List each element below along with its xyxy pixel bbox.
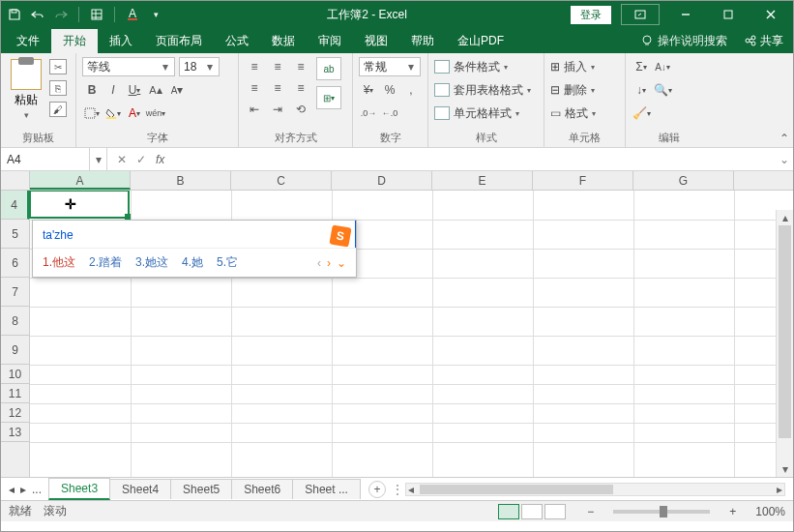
row-header-13[interactable]: 13 (1, 423, 29, 442)
orientation-button[interactable]: ⟲ (291, 100, 310, 119)
tab-insert[interactable]: 插入 (98, 29, 144, 53)
cut-icon[interactable]: ✂ (49, 59, 67, 74)
row-header-10[interactable]: 10 (1, 365, 29, 384)
currency-button[interactable]: ¥▾ (359, 80, 378, 100)
minimize-button[interactable] (669, 4, 702, 25)
zoom-level[interactable]: 100% (755, 505, 785, 518)
align-left-button[interactable]: ≡ (245, 78, 264, 98)
scroll-up-icon[interactable]: ▴ (777, 210, 793, 225)
font-color-icon[interactable]: A (125, 7, 140, 22)
horizontal-scrollbar[interactable]: ◂ ▸ (405, 483, 785, 496)
vertical-scrollbar[interactable]: ▴ ▾ (776, 210, 793, 477)
zoom-out-button[interactable]: − (587, 505, 594, 518)
format-cells-button[interactable]: ▭格式▾ (550, 103, 596, 123)
italic-button[interactable]: I (103, 80, 123, 100)
ime-candidate-1[interactable]: 1.他这 (43, 254, 75, 271)
tab-formulas[interactable]: 公式 (214, 29, 260, 53)
fx-icon[interactable]: fx (156, 153, 164, 166)
tab-review[interactable]: 审阅 (307, 29, 353, 53)
row-header-8[interactable]: 8 (1, 307, 29, 336)
ribbon-display-button[interactable] (621, 4, 660, 25)
row-header-6[interactable]: 6 (1, 249, 29, 278)
phonetic-button[interactable]: wén▾ (146, 103, 165, 123)
font-size-combo[interactable]: 18▾ (179, 57, 220, 76)
sort-filter-button[interactable]: A↓▾ (653, 57, 672, 76)
add-sheet-button[interactable]: + (368, 481, 386, 498)
hscroll-thumb[interactable] (420, 485, 613, 494)
row-header-12[interactable]: 12 (1, 403, 29, 423)
format-painter-icon[interactable]: 🖌 (49, 102, 67, 117)
font-color-button[interactable]: A▾ (125, 103, 144, 123)
paste-button[interactable]: 粘贴 ▾ (7, 57, 45, 122)
collapse-ribbon-icon[interactable]: ⌃ (779, 132, 789, 145)
tab-view[interactable]: 视图 (353, 29, 399, 53)
ime-prev-icon[interactable]: ‹ (317, 256, 321, 270)
cell-styles-button[interactable]: 单元格样式▾ (434, 103, 519, 123)
save-icon[interactable] (7, 7, 22, 22)
ime-candidate-3[interactable]: 3.她这 (135, 254, 168, 271)
sheet-tab-Sheet4[interactable]: Sheet4 (109, 479, 171, 499)
merge-button[interactable]: ⊞▾ (316, 86, 341, 109)
zoom-slider[interactable] (613, 510, 710, 514)
row-header-11[interactable]: 11 (1, 384, 29, 403)
zoom-thumb[interactable] (660, 506, 667, 517)
sheet-nav-more[interactable]: ... (32, 483, 42, 496)
table-icon[interactable] (89, 7, 104, 22)
ime-candidate-4[interactable]: 4.她 (182, 254, 203, 271)
qat-dropdown-icon[interactable]: ▾ (148, 7, 163, 22)
login-button[interactable]: 登录 (571, 6, 611, 24)
tab-help[interactable]: 帮助 (399, 29, 446, 53)
ime-candidate-2[interactable]: 2.踏着 (89, 254, 122, 271)
align-bottom-button[interactable]: ≡ (291, 57, 310, 76)
formula-input[interactable] (174, 148, 776, 170)
percent-button[interactable]: % (380, 80, 399, 100)
col-header-G[interactable]: G (633, 171, 734, 190)
tab-pdf[interactable]: 金山PDF (446, 29, 515, 53)
scroll-right-icon[interactable]: ▸ (777, 483, 782, 496)
font-name-combo[interactable]: 等线▾ (82, 57, 175, 76)
tab-data[interactable]: 数据 (260, 29, 307, 53)
cancel-formula-icon[interactable]: ✕ (117, 153, 127, 166)
close-button[interactable] (754, 4, 787, 25)
wrap-text-button[interactable]: ab (316, 57, 341, 80)
increase-font-button[interactable]: A▴ (146, 80, 165, 100)
underline-button[interactable]: U▾ (125, 80, 144, 100)
page-layout-view-button[interactable] (521, 504, 543, 519)
tab-file[interactable]: 文件 (5, 29, 51, 53)
align-middle-button[interactable]: ≡ (268, 57, 287, 76)
ime-next-icon[interactable]: › (327, 256, 331, 270)
row-header-5[interactable]: 5 (1, 220, 29, 249)
expand-formula-bar-icon[interactable]: ⌄ (776, 153, 793, 166)
tab-layout[interactable]: 页面布局 (144, 29, 214, 53)
col-header-B[interactable]: B (131, 171, 231, 190)
align-right-button[interactable]: ≡ (291, 78, 310, 98)
sheet-nav-first-icon[interactable]: ◂ (9, 483, 15, 496)
sheet-tab-Sheet6[interactable]: Sheet6 (231, 479, 293, 499)
redo-icon[interactable] (53, 7, 69, 22)
ime-input[interactable]: ta'zhe S (33, 221, 356, 249)
scroll-left-icon[interactable]: ◂ (408, 483, 414, 496)
name-box-dropdown[interactable]: ▾ (90, 148, 107, 170)
sheet-tab-more[interactable]: Sheet ... (292, 479, 361, 499)
find-button[interactable]: 🔍▾ (653, 80, 672, 100)
format-as-table-button[interactable]: 套用表格格式▾ (434, 80, 531, 100)
name-box[interactable]: A4 (1, 148, 90, 170)
select-all-corner[interactable] (1, 171, 30, 190)
delete-cells-button[interactable]: ⊟删除▾ (550, 80, 595, 100)
clear-button[interactable]: 🧹▾ (632, 103, 651, 123)
row-header-4[interactable]: 4 (1, 191, 29, 220)
ime-menu-icon[interactable]: ⌄ (337, 256, 346, 270)
bold-button[interactable]: B (82, 80, 102, 100)
align-center-button[interactable]: ≡ (268, 78, 287, 98)
decrease-indent-button[interactable]: ⇤ (245, 100, 264, 119)
conditional-format-button[interactable]: 条件格式▾ (434, 57, 508, 76)
sheet-nav-last-icon[interactable]: ▸ (20, 483, 26, 496)
scroll-down-icon[interactable]: ▾ (777, 461, 793, 477)
zoom-in-button[interactable]: + (729, 505, 736, 518)
cell-grid[interactable]: ✛ ta'zhe S 1.他这 2.踏着 3.她这 4.她 5.它 ‹ › ⌄ (30, 191, 793, 477)
maximize-button[interactable] (712, 4, 745, 25)
autosum-button[interactable]: Σ▾ (632, 57, 651, 76)
normal-view-button[interactable] (498, 504, 519, 519)
copy-icon[interactable]: ⎘ (49, 80, 67, 96)
active-cell[interactable] (29, 191, 130, 219)
